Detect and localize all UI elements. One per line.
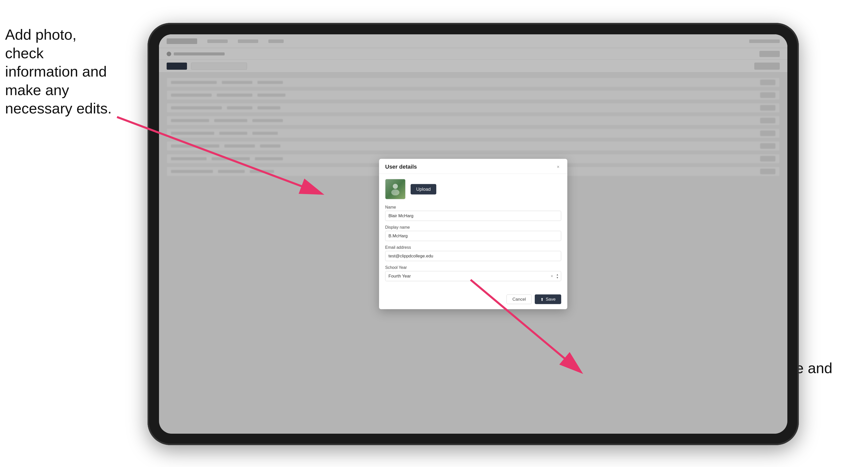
school-year-select-wrapper: Fourth Year × ▲ ▼	[385, 271, 561, 281]
photo-placeholder	[385, 179, 405, 199]
upload-photo-button[interactable]: Upload	[411, 184, 436, 194]
modal-body: Upload Name Display name Email address	[379, 174, 567, 290]
user-photo-thumbnail	[385, 179, 405, 199]
email-input[interactable]	[385, 251, 561, 261]
svg-point-0	[393, 184, 398, 189]
name-field-group: Name	[385, 205, 561, 221]
school-year-value: Fourth Year	[389, 274, 411, 279]
display-name-field-group: Display name	[385, 225, 561, 241]
email-label: Email address	[385, 245, 561, 250]
display-name-input[interactable]	[385, 231, 561, 241]
school-year-field-group: School Year Fourth Year × ▲ ▼	[385, 265, 561, 281]
school-year-select[interactable]: Fourth Year	[385, 271, 561, 281]
name-label: Name	[385, 205, 561, 210]
modal-header: User details ×	[379, 159, 567, 174]
modal-footer: Cancel ⬆ Save	[379, 290, 567, 309]
cancel-button[interactable]: Cancel	[506, 294, 532, 304]
school-year-label: School Year	[385, 265, 561, 270]
modal-title: User details	[385, 163, 417, 170]
photo-area: Upload	[385, 179, 561, 199]
save-icon: ⬆	[540, 297, 544, 302]
email-field-group: Email address	[385, 245, 561, 261]
modal-close-button[interactable]: ×	[555, 164, 561, 170]
tablet-device: User details ×	[148, 23, 799, 445]
display-name-label: Display name	[385, 225, 561, 230]
select-arrows-icon: ▲ ▼	[556, 274, 559, 279]
save-label: Save	[546, 297, 556, 302]
user-details-modal: User details ×	[379, 159, 567, 309]
svg-point-1	[391, 189, 399, 196]
left-annotation: Add photo, check information and make an…	[5, 25, 117, 118]
name-input[interactable]	[385, 211, 561, 221]
tablet-screen: User details ×	[159, 34, 787, 434]
select-clear-icon[interactable]: ×	[551, 274, 553, 279]
save-button[interactable]: ⬆ Save	[535, 294, 561, 304]
